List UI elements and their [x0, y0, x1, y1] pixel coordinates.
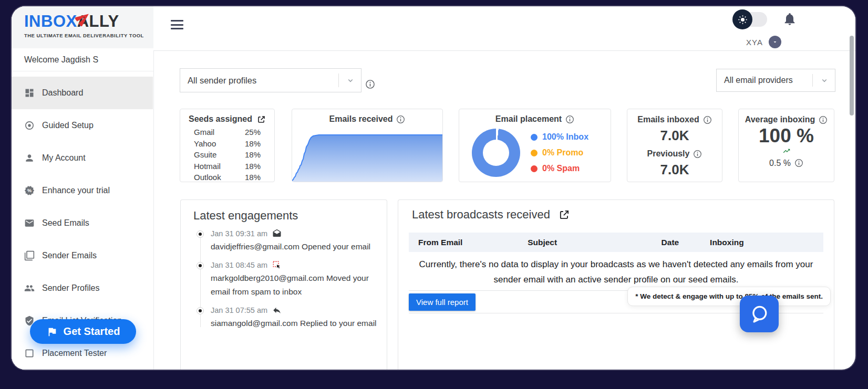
emails-received-card: Emails received	[292, 109, 443, 182]
paper-plane-icon	[75, 10, 91, 26]
email-providers-select[interactable]: All email providers	[716, 69, 835, 92]
external-link-icon[interactable]	[257, 115, 266, 124]
seed-row: Gsuite18%	[188, 149, 268, 161]
select-divider	[812, 74, 813, 87]
avatar	[769, 36, 781, 48]
seeds-assigned-card: Seeds assigned Gmail25% Yahoo18% Gsuite1…	[180, 109, 275, 182]
legend-item-inbox: 100% Inbox	[531, 132, 588, 142]
info-icon[interactable]	[703, 115, 712, 124]
info-icon[interactable]	[396, 115, 405, 124]
legend-dot	[531, 150, 538, 156]
seed-row: Gmail25%	[188, 127, 268, 138]
view-full-report-button[interactable]: View full report	[409, 293, 476, 311]
vertical-scrollbar[interactable]	[850, 36, 854, 115]
info-icon[interactable]	[819, 115, 828, 124]
sidebar-item-sender-profiles[interactable]: Sender Profiles	[12, 272, 153, 304]
info-icon[interactable]	[565, 115, 574, 124]
sidebar-item-my-account[interactable]: My Account	[12, 142, 153, 174]
emails-received-area-chart	[292, 129, 443, 182]
latest-broadcasts-title: Latest broadcasts received	[412, 208, 550, 222]
sidebar-item-label: Sender Emails	[42, 251, 97, 260]
sidebar-item-label: Enhance your trial	[42, 186, 110, 195]
engagement-time: Jan 31 07:55 am	[211, 306, 267, 314]
brand-name-part2: ALLY	[77, 12, 119, 30]
percent-badge-icon: %	[24, 185, 35, 196]
sender-profiles-select[interactable]: All sender profiles	[180, 68, 361, 92]
emails-received-title: Emails received	[329, 114, 393, 124]
average-inboxing-title: Average inboxing	[745, 115, 815, 124]
sidebar-item-guided-setup[interactable]: Guided Setup	[12, 109, 153, 142]
timeline-dot	[197, 230, 204, 238]
brand-logo[interactable]: INBOXALLY THE ULTIMATE EMAIL DELIVERABIL…	[12, 6, 153, 48]
trend-row	[739, 147, 834, 157]
sidebar-item-label: Sender Profiles	[42, 283, 99, 293]
sender-profiles-value: All sender profiles	[188, 76, 256, 86]
sender-profiles-info-icon[interactable]	[365, 79, 375, 89]
previously-label: Previously	[647, 149, 690, 159]
chevron-down-icon	[772, 39, 778, 45]
copy-icon	[24, 250, 35, 261]
latest-engagements-panel: Latest engagements Jan 31 09:31 am david…	[180, 199, 387, 370]
sidebar-item-dashboard[interactable]: Dashboard	[12, 77, 153, 109]
engagement-text: siamangold@gmail.com Replied to your ema…	[211, 317, 385, 330]
sidebar-item-label: Seed Emails	[42, 218, 89, 228]
email-providers-value: All email providers	[724, 76, 793, 85]
chevron-down-icon	[820, 76, 829, 85]
email-opened-icon	[272, 229, 282, 238]
broadcasts-empty-message: Currently, there's no data to display in…	[416, 257, 816, 287]
sidebar-item-sender-emails[interactable]: Sender Emails	[12, 239, 153, 272]
sidebar-item-label: Guided Setup	[42, 121, 94, 130]
theme-toggle[interactable]	[735, 12, 767, 27]
emails-inboxed-value: 7.0K	[627, 128, 722, 144]
info-icon[interactable]	[693, 150, 702, 159]
sidebar-item-label: Dashboard	[42, 88, 83, 98]
legend-dot	[531, 134, 538, 141]
sidebar-item-seed-emails[interactable]: Seed Emails	[12, 207, 153, 239]
get-started-button[interactable]: Get Started	[30, 319, 136, 344]
engagement-text: davidjeffries@gmail.com Opened your emai…	[211, 240, 385, 254]
emails-inboxed-card: Emails inboxed 7.0K Previously 7.0K	[627, 109, 722, 182]
column-header-from-email: From Email	[418, 238, 528, 247]
person-icon	[24, 153, 35, 163]
latest-engagements-title: Latest engagements	[181, 200, 387, 227]
moved-to-inbox-icon	[272, 260, 282, 270]
seed-row: Yahoo18%	[188, 138, 268, 150]
select-divider	[338, 73, 339, 87]
brand-wordmark: INBOXALLY	[24, 13, 153, 30]
sidebar-item-label: My Account	[42, 153, 86, 163]
email-placement-title: Email placement	[495, 114, 562, 124]
user-initials: XYA	[746, 38, 763, 47]
sun-icon	[738, 15, 748, 25]
theme-knob	[732, 9, 752, 29]
legend-dot	[531, 165, 538, 172]
reply-icon	[272, 306, 282, 315]
welcome-text: Welcome Jagdish S	[12, 48, 153, 71]
sidebar-item-label: Placement Tester	[42, 349, 107, 358]
notifications-bell-icon[interactable]	[782, 11, 797, 27]
chat-bubble-icon	[749, 303, 770, 324]
svg-text:%: %	[27, 188, 32, 193]
average-inboxing-delta: 0.5 %	[769, 159, 791, 168]
info-icon[interactable]	[794, 159, 803, 167]
trending-up-icon	[780, 147, 793, 155]
column-header-inboxing: Inboxing	[710, 238, 823, 247]
chat-widget-button[interactable]	[740, 296, 779, 332]
brand-name-part1: INBOX	[24, 12, 77, 30]
people-icon	[24, 283, 35, 293]
brand-tagline: THE ULTIMATE EMAIL DELIVERABILITY TOOL	[24, 33, 153, 38]
hamburger-menu-icon[interactable]	[171, 20, 183, 29]
seed-row: Outlook18%	[188, 172, 268, 183]
average-inboxing-card: Average inboxing 100 % 0.5 %	[738, 109, 834, 182]
engagement-item: Jan 31 08:45 am markgoldberg2010@gmail.c…	[197, 260, 387, 299]
seed-row: Hotmail18%	[188, 161, 268, 172]
average-inboxing-value: 100 %	[739, 125, 834, 147]
external-link-icon[interactable]	[559, 209, 570, 220]
mail-icon	[24, 218, 35, 228]
sidebar-item-enhance-trial[interactable]: % Enhance your trial	[12, 174, 153, 207]
topbar: XYA	[153, 6, 855, 51]
user-menu[interactable]: XYA	[746, 36, 781, 48]
previously-value: 7.0K	[627, 162, 722, 178]
placement-legend: 100% Inbox 0% Promo 0% Spam	[531, 132, 588, 173]
guided-setup-icon	[24, 120, 35, 131]
engagement-time: Jan 31 08:45 am	[211, 261, 267, 269]
